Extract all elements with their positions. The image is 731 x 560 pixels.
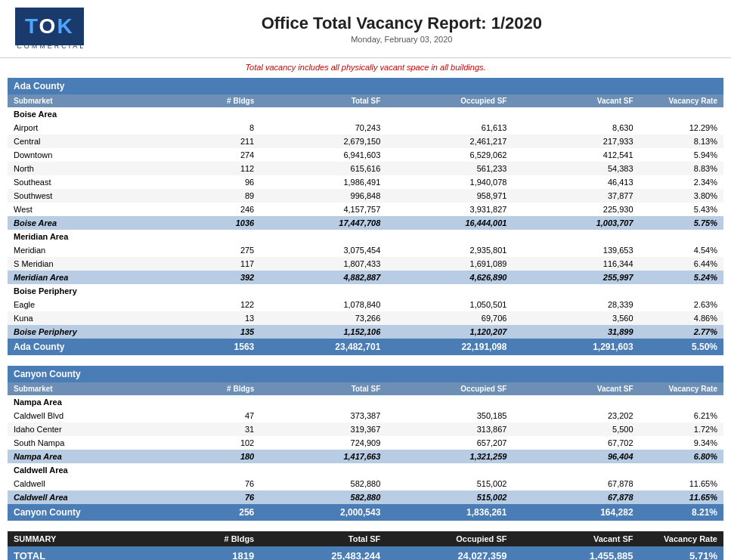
subtotal-vacant-sf: 255,997 [513,271,639,284]
boise-periphery-subtotal: Boise Periphery 135 1,152,106 1,120,207 … [8,325,723,339]
table-row: Central 211 2,679,150 2,461,217 217,933 … [8,135,723,148]
total-occupied-sf: 1,836,261 [386,504,513,521]
subtotal-vacancy-rate: 2.77% [640,325,723,339]
row-vacancy-rate: 6.21% [640,409,723,422]
row-total-sf: 1,986,491 [260,175,386,189]
summary-total-row: TOTAL 1819 25,483,244 24,027,359 1,455,8… [8,546,723,560]
row-total-sf: 70,243 [260,121,386,135]
row-name: Southwest [8,189,176,203]
row-vacant-sf: 67,702 [513,436,639,450]
canyon-county-header: Canyon County [8,366,723,382]
logo-box: TOK [15,8,84,45]
row-vacant-sf: 225,930 [513,203,639,216]
row-name: S Meridian [8,257,176,271]
table-row: Airport 8 70,243 61,613 8,630 12.29% [8,121,723,135]
table-row: Caldwell Blvd 47 373,387 350,185 23,202 … [8,409,723,422]
report-date: Monday, February 03, 2020 [88,35,716,44]
total-name: Canyon County [8,504,176,521]
total-bldgs: 1563 [176,339,260,355]
row-occupied-sf: 69,706 [386,311,513,325]
row-total-sf: 3,075,454 [260,243,386,257]
row-bldgs: 122 [176,298,260,311]
total-vacancy-rate: 8.21% [640,504,723,521]
canyon-col-headers: Submarket # Bldgs Total SF Occupied SF V… [8,382,723,395]
boise-periphery-header: Boise Periphery [8,284,723,298]
table-row: North 112 615,616 561,233 54,383 8.83% [8,162,723,175]
total-bldgs: 256 [176,504,260,521]
canyon-county-section: Canyon County Submarket # Bldgs Total SF… [8,366,723,521]
row-occupied-sf: 657,207 [386,436,513,450]
row-bldgs: 96 [176,175,260,189]
row-vacancy-rate: 6.44% [640,257,723,271]
table-row: West 246 4,157,757 3,931,827 225,930 5.4… [8,203,723,216]
table-row: South Nampa 102 724,909 657,207 67,702 9… [8,436,723,450]
row-vacant-sf: 3,560 [513,311,639,325]
table-row: Eagle 122 1,078,840 1,050,501 28,339 2.6… [8,298,723,311]
row-bldgs: 274 [176,148,260,162]
row-vacancy-rate: 11.65% [640,477,723,490]
col-total-sf: Total SF [260,382,386,395]
row-bldgs: 246 [176,203,260,216]
summary-total-vacant-sf: 1,455,885 [513,546,639,560]
subtotal-occupied-sf: 1,120,207 [386,325,513,339]
subtotal-name: Boise Area [8,216,176,230]
row-vacancy-rate: 9.34% [640,436,723,450]
subtotal-total-sf: 1,417,663 [260,450,386,463]
boise-area-header: Boise Area [8,107,723,121]
subtotal-vacancy-rate: 5.24% [640,271,723,284]
row-bldgs: 117 [176,257,260,271]
row-total-sf: 615,616 [260,162,386,175]
page-header: TOK COMMERCIAL Office Total Vacancy Repo… [0,0,731,58]
boise-area-subtotal: Boise Area 1036 17,447,708 16,444,001 1,… [8,216,723,230]
row-name: Central [8,135,176,148]
subtotal-occupied-sf: 4,626,890 [386,271,513,284]
row-vacancy-rate: 1.72% [640,422,723,436]
row-occupied-sf: 6,529,062 [386,148,513,162]
row-vacant-sf: 139,653 [513,243,639,257]
row-vacancy-rate: 2.34% [640,175,723,189]
row-vacancy-rate: 8.13% [640,135,723,148]
row-vacancy-rate: 2.63% [640,298,723,311]
row-occupied-sf: 958,971 [386,189,513,203]
subtotal-vacant-sf: 1,003,707 [513,216,639,230]
caldwell-area-header: Caldwell Area [8,463,723,477]
row-bldgs: 8 [176,121,260,135]
row-name: Downtown [8,148,176,162]
row-name: West [8,203,176,216]
col-occupied-sf: Occupied SF [386,94,513,107]
report-title: Office Total Vacancy Report: 1/2020 [88,14,716,33]
subtotal-occupied-sf: 1,321,259 [386,450,513,463]
nampa-area-header: Nampa Area [8,395,723,409]
table-row: S Meridian 117 1,807,433 1,691,089 116,3… [8,257,723,271]
col-total-sf: Total SF [260,94,386,107]
row-name: Idaho Center [8,422,176,436]
row-vacant-sf: 28,339 [513,298,639,311]
summary-section: SUMMARY # Bldgs Total SF Occupied SF Vac… [8,531,723,560]
row-total-sf: 4,157,757 [260,203,386,216]
row-vacant-sf: 54,383 [513,162,639,175]
subtotal-total-sf: 582,880 [260,490,386,504]
canyon-county-total: Canyon County 256 2,000,543 1,836,261 16… [8,504,723,521]
row-bldgs: 31 [176,422,260,436]
meridian-area-header: Meridian Area [8,230,723,243]
ada-county-total: Ada County 1563 23,482,701 22,191,098 1,… [8,339,723,355]
col-bldgs: # Bldgs [176,94,260,107]
row-occupied-sf: 1,691,089 [386,257,513,271]
row-vacancy-rate: 4.86% [640,311,723,325]
meridian-area-subtotal: Meridian Area 392 4,882,887 4,626,890 25… [8,271,723,284]
row-name: South Nampa [8,436,176,450]
col-vacant-sf: Vacant SF [513,382,639,395]
ada-county-section: Ada County Submarket # Bldgs Total SF Oc… [8,78,723,355]
summary-col-occupied-sf: Occupied SF [386,531,513,546]
row-vacant-sf: 116,344 [513,257,639,271]
row-name: Eagle [8,298,176,311]
subtotal-bldgs: 76 [176,490,260,504]
col-bldgs: # Bldgs [176,382,260,395]
row-total-sf: 6,941,603 [260,148,386,162]
subtotal-vacant-sf: 96,404 [513,450,639,463]
row-vacant-sf: 5,500 [513,422,639,436]
subtotal-bldgs: 135 [176,325,260,339]
row-vacancy-rate: 5.43% [640,203,723,216]
row-name: Southeast [8,175,176,189]
row-vacant-sf: 412,541 [513,148,639,162]
